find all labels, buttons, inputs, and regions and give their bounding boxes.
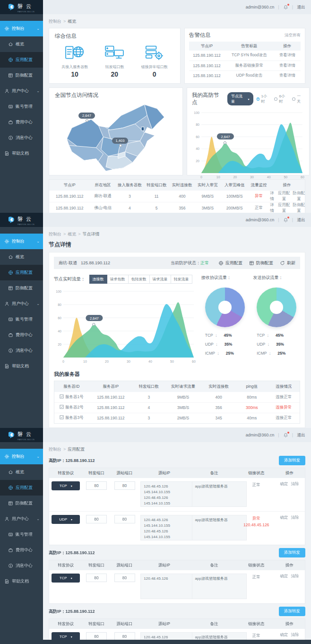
forward-port-input[interactable] [86,481,107,490]
sidebar-item-overview[interactable]: 概览 [0,249,43,265]
row-action-link[interactable]: 应用配置 [278,202,290,213]
source-ip-textarea[interactable] [140,574,195,599]
row-action-link[interactable]: 确定 [280,632,288,638]
sidebar-item-console[interactable]: 控制台⌄ [0,21,43,36]
protocol-select[interactable]: TCP▾ [52,574,80,583]
sidebar-item-billing-center[interactable]: 费用中心 [0,327,43,343]
forward-port-input[interactable] [86,515,107,523]
row-action-link[interactable]: 清除 [291,574,299,579]
note-textarea[interactable] [192,515,247,540]
sidebar-item-console[interactable]: 控制台⌄ [0,234,43,249]
sidebar-item-billing-center[interactable]: 费用中心 [0,114,43,130]
user-email[interactable]: admin@360.cn [246,433,275,437]
add-forward-button[interactable]: 添加转发 [279,456,305,465]
row-action-link[interactable]: 防御配置 [293,202,305,213]
logout-link[interactable]: 退出 [297,4,305,10]
sidebar-item-overview[interactable]: 概览 [0,36,43,52]
row-action-link[interactable]: 清除 [291,481,299,487]
view-detail-link[interactable]: 查看详情 [279,73,295,78]
row-action-link[interactable]: 防御配置 [293,191,305,202]
row-action-link[interactable]: 应用配置 [278,191,290,202]
breadcrumb-item[interactable]: 概览 [68,232,76,236]
row-action-link[interactable]: 清除 [291,632,299,638]
sidebar-item-user-center[interactable]: 用户中心⌄ [0,83,43,99]
add-forward-button[interactable]: 添加转发 [279,548,305,557]
row-action-link[interactable]: 详情 [269,202,275,213]
traffic-area-chart[interactable]: 2040608010001020304050602,647 [54,287,196,364]
source-ip-textarea[interactable] [140,515,195,540]
breadcrumb-item[interactable]: 节点详情 [83,232,100,236]
刷新-button[interactable]: 刷新 [280,260,295,266]
flow-tab[interactable]: 请求流量 [150,275,171,284]
sidebar-item-user-center[interactable]: 用户中心⌄ [0,511,43,527]
breadcrumb-item[interactable]: 控制台 [49,19,61,24]
sidebar-item-help-docs[interactable]: 帮助文档 [0,574,43,589]
sidebar-item-account-management[interactable]: 账号管理 [0,312,43,327]
row-action-link[interactable]: 确定 [280,481,288,487]
add-forward-button[interactable]: 添加转发 [279,607,305,616]
breadcrumb-item[interactable]: 概览 [68,19,76,24]
source-port-input[interactable] [114,481,135,490]
user-email[interactable]: admin@360.cn [246,218,275,222]
time-range-radio-6小时[interactable]: 6小时 [274,94,288,104]
row-action-link[interactable]: 确定 [280,515,288,521]
sidebar-item-message-center[interactable]: 消息中心 [0,343,43,358]
view-detail-link[interactable]: 查看详情 [279,63,295,68]
breadcrumb-item[interactable]: 控制台 [49,447,61,452]
note-textarea[interactable] [192,574,247,599]
sidebar-item-help-docs[interactable]: 帮助文档 [0,146,43,161]
flow-tab[interactable]: 转发流量 [171,275,192,284]
forward-port-input[interactable] [86,574,107,582]
sidebar-item-app-config[interactable]: 应用配置 [0,52,43,68]
logout-link[interactable]: 退出 [297,217,305,223]
sidebar-item-message-center[interactable]: 消息中心 [0,130,43,146]
server-edit-icon[interactable] [60,405,64,409]
note-textarea[interactable] [192,481,247,507]
breadcrumb-item[interactable]: 应用配置 [68,447,85,452]
row-action-link[interactable]: 详情 [269,191,275,202]
clear-all-link[interactable]: 清空所有 [285,33,301,38]
sidebar-item-message-center[interactable]: 消息中心 [0,558,43,574]
send-protocol-donut[interactable] [257,287,296,327]
sidebar-item-defense-config[interactable]: 防御配置 [0,496,43,511]
row-action-link[interactable]: 确定 [280,574,288,579]
user-email[interactable]: admin@360.cn [246,5,275,9]
sidebar-item-defense-config[interactable]: 防御配置 [0,68,43,83]
flow-tab[interactable]: 连接数 [89,275,107,284]
notification-bell-icon[interactable] [283,5,288,10]
brand-logo[interactable]: 磐 云PANYUN.360.CN [0,213,43,227]
sidebar-item-help-docs[interactable]: 帮助文档 [0,358,43,374]
server-edit-icon[interactable] [60,394,64,399]
time-range-radio-1小时[interactable]: 1小时 [257,94,271,104]
应用配置-button[interactable]: 应用配置 [218,260,242,266]
server-edit-icon[interactable] [60,415,64,419]
sidebar-item-app-config[interactable]: 应用配置 [0,265,43,280]
brand-logo[interactable]: 磐 云PANYUN.360.CN [0,0,43,14]
防御配置-button[interactable]: 防御配置 [249,260,273,266]
brand-logo[interactable]: 磐 云PANYUN.360.CN [0,428,43,442]
sidebar-item-billing-center[interactable]: 费用中心 [0,542,43,558]
notification-bell-icon[interactable] [283,433,288,438]
view-detail-link[interactable]: 查看详情 [279,52,295,57]
notification-bell-icon[interactable] [283,218,288,223]
sidebar-item-user-center[interactable]: 用户中心⌄ [0,296,43,312]
flow-tab[interactable]: 请求包数 [107,275,129,284]
sidebar-item-overview[interactable]: 概览 [0,464,43,480]
row-action-link[interactable]: 清除 [291,515,299,521]
sidebar-item-defense-config[interactable]: 防御配置 [0,280,43,296]
time-range-radio-一天[interactable]: 一天 [292,94,304,104]
sidebar-item-console[interactable]: 控制台⌄ [0,449,43,464]
recv-protocol-donut[interactable] [205,287,245,327]
source-port-input[interactable] [114,574,135,582]
sidebar-item-app-config[interactable]: 应用配置 [0,480,43,496]
source-port-input[interactable] [114,515,135,523]
logout-link[interactable]: 退出 [297,432,305,438]
traffic-type-dropdown[interactable]: 节点流量▾ [227,92,253,105]
flow-tab[interactable]: 包转发数 [129,275,150,284]
breadcrumb-item[interactable]: 控制台 [49,232,61,236]
traffic-area-chart[interactable]: 2040608010001020304050602,647 [192,109,304,180]
protocol-select[interactable]: UDP▾ [52,515,80,524]
protocol-select[interactable]: TCP▾ [52,481,80,490]
source-ip-textarea[interactable] [140,481,195,507]
sidebar-item-account-management[interactable]: 账号管理 [0,527,43,542]
